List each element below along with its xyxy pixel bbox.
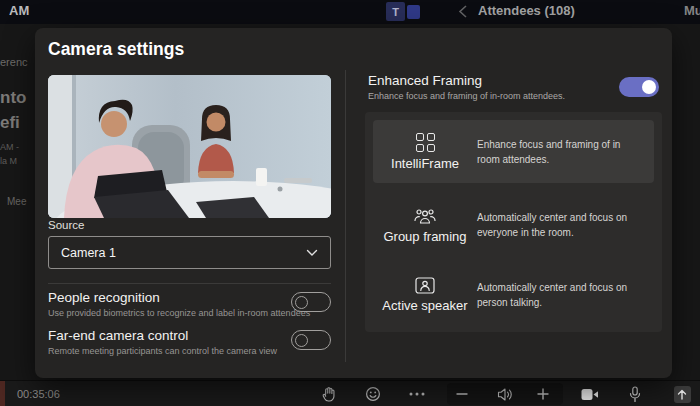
option-description: Automatically center and focus on everyo… [477, 210, 654, 240]
people-recognition-description: Use provided biometrics to recognize and… [48, 308, 310, 318]
active-speaker-icon [415, 277, 435, 294]
option-active-speaker[interactable]: Active speaker Automatically center and … [373, 265, 654, 325]
people-recognition-label: People recognition [48, 290, 160, 305]
bg-text-fragment: AM - [0, 142, 19, 152]
volume-down-button[interactable] [451, 384, 473, 404]
option-intelliframe[interactable]: IntelliFrame Enhance focus and framing o… [373, 120, 654, 183]
toggle-knob [642, 80, 656, 94]
teams-meeting-screen: AM T Attendees (108) Mu erenc nto efi AM… [0, 0, 700, 406]
option-label: IntelliFrame [391, 156, 459, 171]
raise-hand-icon [321, 386, 336, 402]
option-icon-column: IntelliFrame [373, 133, 477, 171]
microphone-button[interactable] [624, 384, 646, 404]
bg-text-fragment: erenc [0, 56, 28, 68]
share-screen-button[interactable] [671, 384, 693, 404]
source-label: Source [48, 219, 84, 231]
attendees-header: Attendees (108) [478, 3, 575, 18]
camera-preview [48, 75, 331, 218]
camera-on-icon [581, 388, 599, 401]
teams-logo: T [386, 2, 405, 21]
raise-hand-button[interactable] [317, 384, 339, 404]
option-icon-column: Active speaker [373, 277, 477, 313]
divider [345, 70, 346, 362]
chevron-down-icon [306, 249, 318, 257]
intelliframe-icon [416, 133, 435, 152]
far-end-control-description: Remote meeting participants can control … [48, 346, 277, 356]
bg-text-fragment: efi [0, 113, 20, 133]
far-end-control-toggle[interactable] [291, 330, 331, 350]
minus-icon [455, 387, 469, 401]
volume-up-button[interactable] [532, 384, 554, 404]
smiley-icon [365, 386, 381, 402]
option-label: Active speaker [382, 298, 467, 313]
meeting-top-bar: AM T Attendees (108) Mu [0, 0, 700, 24]
camera-source-value: Camera 1 [61, 246, 306, 260]
bg-text-fragment: Mee [7, 196, 26, 207]
chevron-left-icon[interactable] [458, 4, 468, 19]
bg-text-fragment: nto [0, 88, 26, 108]
people-recognition-toggle[interactable] [291, 292, 331, 312]
share-icon [674, 386, 691, 403]
speaker-button[interactable] [494, 384, 516, 404]
dialog-title: Camera settings [48, 39, 184, 60]
group-framing-icon [413, 207, 437, 225]
bg-content-sliver [0, 381, 5, 406]
option-group-framing[interactable]: Group framing Automatically center and f… [373, 192, 654, 258]
meeting-control-bar: 00:35:06 [0, 380, 700, 406]
meeting-timer: 00:35:06 [17, 388, 60, 400]
framing-options-panel: IntelliFrame Enhance focus and framing o… [365, 112, 662, 332]
microphone-icon [628, 386, 642, 403]
bg-text-fragment: la M [0, 156, 17, 166]
reactions-button[interactable] [362, 384, 384, 404]
plus-icon [536, 387, 550, 401]
enhanced-framing-label: Enhanced Framing [368, 73, 482, 88]
option-description: Automatically center and focus on person… [477, 280, 654, 310]
ellipsis-icon [409, 392, 425, 396]
camera-settings-dialog: Camera settings [35, 28, 672, 378]
more-options-button[interactable] [406, 384, 428, 404]
divider [48, 283, 331, 284]
enhanced-framing-toggle[interactable] [619, 77, 659, 97]
option-description: Enhance focus and framing of in room att… [477, 137, 654, 167]
mute-all-fragment: Mu [684, 3, 700, 18]
option-icon-column: Group framing [373, 207, 477, 244]
camera-source-dropdown[interactable]: Camera 1 [48, 236, 331, 269]
toggle-knob [295, 334, 308, 347]
teams-logo-cube [407, 5, 420, 19]
option-label: Group framing [383, 229, 466, 244]
camera-button[interactable] [579, 384, 601, 404]
speaker-icon [497, 387, 514, 402]
far-end-control-label: Far-end camera control [48, 328, 188, 343]
toggle-knob [295, 296, 308, 309]
clock-fragment: AM [9, 3, 29, 18]
enhanced-framing-description: Enhance focus and framing of in-room att… [368, 91, 565, 101]
